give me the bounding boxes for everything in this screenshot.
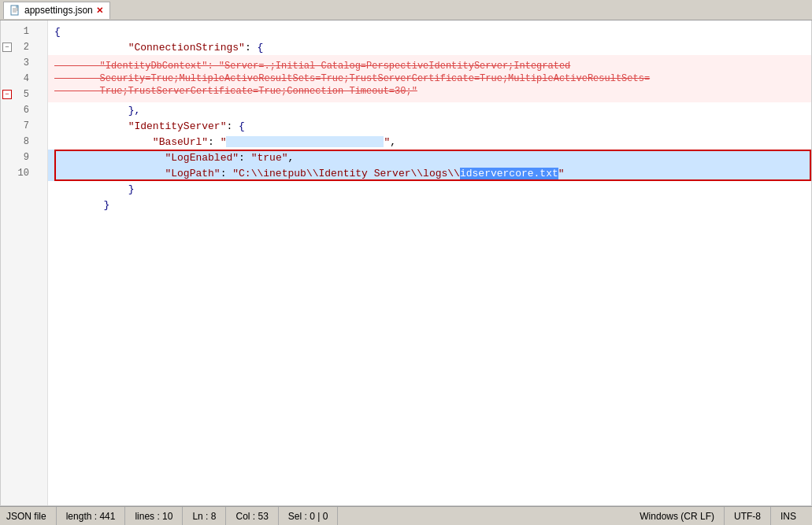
- status-mode: INS: [771, 507, 806, 525]
- code-line-2: "ConnectionStrings": {: [48, 39, 811, 55]
- gutter-line-1: 1: [1, 24, 47, 39]
- file-tab[interactable]: appsettings.json ✕: [3, 2, 110, 19]
- code-line-10: }: [48, 197, 811, 213]
- gutter-line-7: 7: [1, 118, 47, 134]
- fold-button-2[interactable]: −: [2, 43, 12, 52]
- status-sel: Sel : 0 | 0: [279, 507, 338, 525]
- tab-close-button[interactable]: ✕: [96, 6, 103, 16]
- gutter-line-3: 3: [1, 55, 47, 71]
- code-line-3: "IdentityDbContext": "Server=.;Initial C…: [48, 55, 811, 102]
- gutter-line-10: 10: [1, 165, 47, 181]
- status-encoding: UTF-8: [725, 507, 771, 525]
- code-editor[interactable]: { "ConnectionStrings": { "IdentityDbCont…: [48, 20, 811, 505]
- gutter-line-8: 8: [1, 134, 47, 150]
- code-line-9: }: [48, 181, 811, 197]
- editor-container: 1 − 2 3 4 − 5 6 7: [0, 20, 812, 506]
- fold-button-5[interactable]: −: [2, 90, 12, 99]
- status-col: Col : 53: [226, 507, 278, 525]
- status-length: length : 441: [57, 507, 126, 525]
- status-bar: JSON file length : 441 lines : 10 Ln : 8…: [0, 506, 812, 525]
- gutter-line-6: 6: [1, 102, 47, 118]
- tab-label: appsettings.json: [24, 5, 93, 16]
- line-number-gutter: 1 − 2 3 4 − 5 6 7: [1, 20, 48, 505]
- status-lines: lines : 10: [125, 507, 183, 525]
- gutter-line-9: 9: [1, 150, 47, 165]
- file-icon: [10, 5, 21, 16]
- red-selection-box: "LogEnabled": "true", "LogPath": "C:\\in…: [48, 150, 811, 181]
- svg-rect-1: [16, 6, 18, 8]
- gutter-line-4: 4: [1, 71, 47, 87]
- gutter-line-5: − 5: [1, 87, 47, 102]
- code-line-8: "LogPath": "C:\\inetpub\\Identity Server…: [48, 165, 811, 181]
- status-line-ending: Windows (CR LF): [630, 507, 725, 525]
- status-ln: Ln : 8: [183, 507, 226, 525]
- status-file-type: JSON file: [6, 507, 57, 525]
- gutter-line-2: − 2: [1, 39, 47, 55]
- title-bar: appsettings.json ✕: [0, 0, 812, 20]
